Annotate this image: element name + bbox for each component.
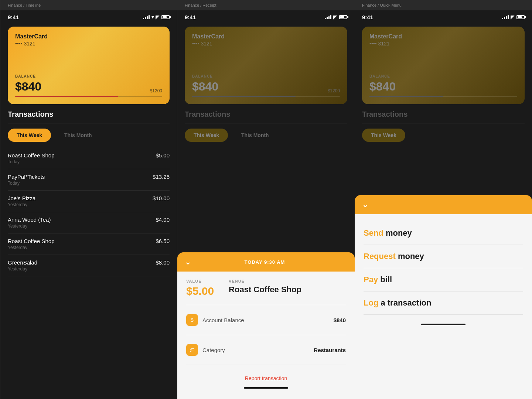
transactions-divider-1 — [8, 123, 170, 123]
transaction-item[interactable]: GreenSalad Yesterday $8.00 — [8, 255, 170, 276]
transaction-date: Today — [8, 159, 54, 164]
transaction-item[interactable]: Roast Coffee Shop Yesterday $6.50 — [8, 233, 170, 255]
transactions-section-3: Transactions This Week — [355, 104, 532, 142]
transactions-title-2: Transactions — [185, 110, 347, 119]
status-icons-1: ▾ ◤ — [143, 14, 170, 20]
transaction-date: Today — [8, 181, 45, 186]
status-time-1: 9:41 — [8, 14, 19, 20]
tab-this-month-2[interactable]: This Month — [232, 129, 278, 142]
home-indicator-2 — [244, 387, 288, 389]
status-time-3: 9:41 — [362, 14, 373, 20]
chevron-down-icon-3[interactable]: ⌄ — [362, 200, 368, 209]
card-limit-1: $1200 — [150, 88, 162, 93]
signal-icon-3 — [502, 15, 509, 19]
card-balance-label-3: BALANCE — [369, 74, 517, 78]
request-accent: Request — [364, 252, 396, 261]
receipt-top-row: VALUE $5.00 VENUE Roast Coffee Shop — [186, 279, 346, 297]
battery-icon-2 — [339, 15, 347, 19]
tab-this-week-1[interactable]: This Week — [8, 129, 51, 142]
chevron-down-icon[interactable]: ⌄ — [185, 258, 191, 266]
quick-menu-body: Send money Request money Pay bill Log a … — [355, 214, 532, 399]
receipt-date: TODAY 9:30 AM — [245, 259, 285, 265]
wifi-icon-3: ◤ — [511, 14, 515, 20]
tab-this-week-2[interactable]: This Week — [185, 129, 228, 142]
transaction-date: Yesterday — [8, 202, 35, 207]
report-transaction-button[interactable]: Report transaction — [186, 369, 346, 384]
transactions-section-2: Transactions This Week This Month — [177, 104, 355, 142]
transaction-item[interactable]: Anna Wood (Tea) Yesterday $4.00 — [8, 212, 170, 233]
home-indicator-3 — [421, 324, 466, 325]
transaction-name: PayPal*Tickets — [8, 174, 45, 180]
transactions-title-1: Transactions — [8, 110, 170, 119]
quick-menu-request[interactable]: Request money — [364, 245, 523, 268]
transactions-divider-3 — [362, 123, 525, 123]
quick-menu-overlay: ⌄ Send money Request money Pay bill Log … — [355, 195, 532, 399]
status-time-2: 9:41 — [185, 14, 196, 20]
transaction-name: Roast Coffee Shop — [8, 238, 54, 244]
receipt-body: VALUE $5.00 VENUE Roast Coffee Shop $ Ac… — [177, 272, 355, 399]
signal-icon-2 — [325, 15, 331, 19]
send-rest: money — [383, 228, 412, 238]
receipt-balance-label: Account Balance — [202, 317, 244, 323]
status-bar-2: 9:41 ◤ — [177, 10, 355, 24]
log-rest: a transaction — [378, 298, 431, 307]
transactions-divider-2 — [185, 123, 347, 123]
category-icon: 🏷 — [186, 344, 198, 356]
log-accent: Log — [364, 298, 378, 307]
wifi-icon-1: ▾ ◤ — [151, 14, 160, 20]
card-balance-value-2: $840 — [192, 80, 218, 93]
tab-this-week-3[interactable]: This Week — [362, 129, 405, 142]
card-2: MasterCard •••• 3121 BALANCE $840 $1200 — [185, 27, 347, 104]
transaction-amount: $6.50 — [156, 238, 170, 244]
transaction-item[interactable]: PayPal*Tickets Today $13.25 — [8, 169, 170, 191]
timeline-screen: Finance / Timeline 9:41 ▾ ◤ MasterCard •… — [0, 0, 177, 399]
card-balance-label-2: BALANCE — [192, 74, 340, 78]
pay-accent: Pay — [364, 275, 378, 284]
receipt-detail-balance: $ Account Balance $840 — [186, 310, 346, 330]
card-balance-value-3: $840 — [369, 80, 396, 93]
receipt-divider-top — [186, 305, 346, 305]
receipt-detail-category: 🏷 Category Restaurants — [186, 340, 346, 360]
transaction-date: Yesterday — [8, 224, 51, 229]
card-1: MasterCard •••• 3121 BALANCE $840 $1200 — [8, 27, 170, 104]
screen-label-1: Finance / Timeline — [0, 0, 177, 10]
transaction-amount: $5.00 — [156, 152, 170, 158]
transactions-title-3: Transactions — [362, 110, 525, 119]
card-number-3: •••• 3121 — [369, 41, 517, 47]
transaction-item[interactable]: Roast Coffee Shop Today $5.00 — [8, 148, 170, 169]
receipt-venue-label: VENUE — [229, 279, 301, 283]
transaction-list-1: Roast Coffee Shop Today $5.00 PayPal*Tic… — [8, 148, 170, 276]
card-number-1: •••• 3121 — [15, 41, 162, 47]
status-icons-2: ◤ — [325, 14, 347, 20]
status-icons-3: ◤ — [502, 14, 525, 20]
tab-this-month-1[interactable]: This Month — [55, 129, 101, 142]
balance-icon: $ — [186, 314, 198, 326]
send-accent: Send — [364, 228, 383, 238]
tab-row-2: This Week This Month — [185, 129, 347, 142]
transaction-name: GreenSalad — [8, 259, 37, 266]
receipt-divider-bottom — [186, 365, 346, 365]
transaction-amount: $10.00 — [153, 195, 170, 201]
card-name-3: MasterCard — [369, 33, 517, 40]
pay-rest: bill — [378, 275, 392, 284]
quick-menu-send[interactable]: Send money — [364, 222, 523, 245]
receipt-value-label: VALUE — [186, 279, 214, 283]
status-bar-3: 9:41 ◤ — [355, 10, 532, 24]
card-number-2: •••• 3121 — [192, 41, 340, 47]
receipt-divider-mid — [186, 335, 346, 335]
receipt-category-label: Category — [202, 347, 225, 353]
card-limit-2: $1200 — [328, 88, 340, 93]
card-name-1: MasterCard — [15, 33, 162, 40]
transactions-section-1: Transactions This Week This Month Roast … — [0, 104, 177, 276]
battery-icon-3 — [516, 15, 525, 19]
transaction-amount: $8.00 — [156, 259, 170, 266]
card-balance-value-1: $840 — [15, 80, 41, 93]
battery-icon-1 — [161, 15, 170, 19]
card-balance-label-1: BALANCE — [15, 74, 162, 78]
quick-menu-pay[interactable]: Pay bill — [364, 268, 523, 291]
transaction-item[interactable]: Joe's Pizza Yesterday $10.00 — [8, 191, 170, 212]
status-bar-1: 9:41 ▾ ◤ — [0, 10, 177, 24]
receipt-screen: Finance / Receipt 9:41 ◤ MasterCard ••••… — [177, 0, 355, 399]
quick-menu-log[interactable]: Log a transaction — [364, 291, 523, 315]
transaction-date: Yesterday — [8, 245, 54, 250]
